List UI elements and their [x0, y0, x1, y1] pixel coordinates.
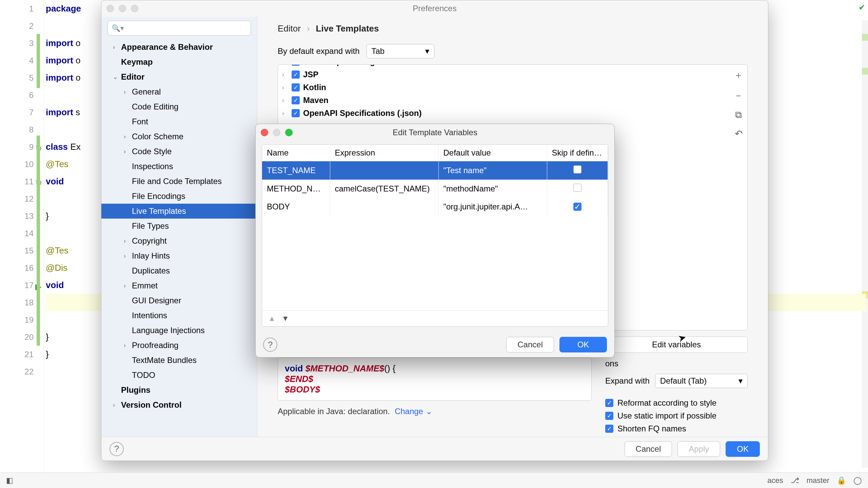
cell-name[interactable]: TEST_NAME: [262, 161, 330, 180]
search-icon[interactable]: ◯: [853, 476, 862, 485]
cell-skip[interactable]: ✓: [547, 198, 608, 216]
etv-titlebar[interactable]: Edit Template Variables: [256, 124, 614, 141]
col-expression[interactable]: Expression: [330, 145, 438, 161]
checkbox-icon[interactable]: ✓: [292, 70, 300, 79]
tool-window-icon[interactable]: ◧: [6, 476, 13, 485]
sidebar-item[interactable]: ›Copyright: [101, 233, 257, 248]
button-label: Apply: [689, 444, 709, 454]
preferences-tree[interactable]: ›Appearance & BehaviorKeymap⌄Editor›Gene…: [101, 40, 257, 437]
code-token: class: [46, 142, 70, 152]
sidebar-item[interactable]: Plugins: [101, 383, 257, 398]
checkbox-icon[interactable]: [573, 184, 581, 192]
status-branch[interactable]: master: [807, 476, 829, 485]
status-spaces[interactable]: aces: [767, 476, 783, 485]
apply-button[interactable]: Apply: [677, 441, 720, 457]
template-group[interactable]: ›✓Kotlin: [282, 81, 727, 94]
sidebar-item[interactable]: Language Injections: [101, 323, 257, 338]
sidebar-item[interactable]: ›Emmet: [101, 278, 257, 293]
expand-with-select[interactable]: Tab ▾: [367, 44, 434, 58]
sidebar-item[interactable]: Intentions: [101, 308, 257, 323]
cell-name[interactable]: BODY: [262, 198, 330, 216]
cancel-button[interactable]: Cancel: [625, 441, 672, 457]
checkbox-icon[interactable]: ✓: [573, 203, 581, 211]
minimize-icon[interactable]: [273, 129, 280, 136]
ok-button[interactable]: OK: [559, 337, 607, 352]
lock-icon[interactable]: 🔒: [837, 476, 846, 485]
sidebar-item[interactable]: ⌄Editor: [101, 69, 257, 84]
template-group[interactable]: ›✓OpenAPI Specifications (.json): [282, 107, 727, 120]
expand-with-template-select[interactable]: Default (Tab) ▾: [655, 374, 748, 388]
checkbox-icon[interactable]: ✓: [292, 109, 300, 117]
checkbox-icon[interactable]: ✓: [292, 96, 300, 104]
sidebar-item[interactable]: ›Inlay Hints: [101, 248, 257, 263]
sidebar-item[interactable]: ›Color Scheme: [101, 129, 257, 144]
col-default[interactable]: Default value: [438, 145, 547, 161]
sidebar-item[interactable]: Font: [101, 114, 257, 129]
template-group[interactable]: ›✓Maven: [282, 94, 727, 107]
table-row[interactable]: METHOD_N…camelCase(TEST_NAME)"methodName…: [262, 180, 608, 198]
option-static-import[interactable]: ✓Use static import if possible: [605, 411, 748, 421]
cell-expression[interactable]: [330, 161, 438, 180]
close-icon[interactable]: [261, 129, 268, 136]
line-number: 4: [29, 56, 34, 65]
cell-skip[interactable]: [547, 180, 608, 198]
checkbox-icon[interactable]: ✓: [292, 64, 300, 66]
change-link[interactable]: Change ⌄: [395, 407, 432, 416]
move-down-icon[interactable]: ▼: [282, 314, 289, 323]
template-text[interactable]: void $METHOD_NAME$() { $END$ $BODY$: [278, 358, 592, 401]
cell-expression[interactable]: [330, 198, 438, 216]
sidebar-item[interactable]: Duplicates: [101, 263, 257, 278]
checkbox-icon[interactable]: [573, 165, 581, 174]
variables-table[interactable]: Name Expression Default value Skip if de…: [262, 145, 608, 216]
sidebar-item[interactable]: ›Code Style: [101, 144, 257, 159]
sidebar-item[interactable]: File and Code Templates: [101, 174, 257, 189]
sidebar-item[interactable]: Live Templates: [101, 204, 257, 219]
sidebar-item[interactable]: ›General: [101, 84, 257, 99]
templates-list[interactable]: ›✓JavaScript Testing›✓JSP›✓Kotlin›✓Maven…: [282, 64, 727, 120]
help-button[interactable]: ?: [110, 442, 124, 456]
duplicate-icon[interactable]: ⧉: [735, 109, 742, 121]
checkbox-icon[interactable]: ✓: [292, 83, 300, 92]
edit-variables-button[interactable]: Edit variables: [605, 337, 748, 353]
sidebar-item[interactable]: Inspections: [101, 159, 257, 174]
zoom-icon[interactable]: [285, 129, 293, 136]
preferences-titlebar[interactable]: Preferences: [101, 0, 768, 17]
sidebar-item[interactable]: TODO: [101, 368, 257, 383]
col-name[interactable]: Name: [262, 145, 330, 161]
sidebar-item[interactable]: ›Proofreading: [101, 338, 257, 353]
option-shorten-fq[interactable]: ✓Shorten FQ names: [605, 424, 748, 433]
sidebar-item[interactable]: ›Version Control: [101, 398, 257, 412]
add-icon[interactable]: ＋: [734, 69, 743, 82]
help-button[interactable]: ?: [263, 338, 277, 352]
sidebar-item[interactable]: File Types: [101, 219, 257, 233]
close-icon[interactable]: [106, 5, 114, 12]
cancel-button[interactable]: Cancel: [506, 337, 554, 352]
preferences-search[interactable]: 🔍▾: [107, 21, 251, 36]
move-up-icon[interactable]: ▲: [268, 314, 276, 323]
zoom-icon[interactable]: [131, 5, 138, 12]
sidebar-item[interactable]: GUI Designer: [101, 293, 257, 308]
sidebar-item[interactable]: Code Editing: [101, 99, 257, 114]
remove-icon[interactable]: －: [734, 89, 743, 102]
table-row[interactable]: BODY"org.junit.jupiter.api.A…✓: [262, 198, 608, 216]
cell-default[interactable]: "org.junit.jupiter.api.A…: [438, 198, 547, 216]
template-group[interactable]: ›✓JSP: [282, 68, 727, 81]
sidebar-item[interactable]: Keymap: [101, 55, 257, 69]
sidebar-item-label: TODO: [132, 370, 155, 380]
option-reformat[interactable]: ✓Reformat according to style: [605, 398, 748, 408]
minimize-icon[interactable]: [119, 5, 126, 12]
template-group[interactable]: ›✓JavaScript Testing: [282, 64, 727, 68]
sidebar-item[interactable]: TextMate Bundles: [101, 353, 257, 368]
table-row[interactable]: TEST_NAME"Test name": [262, 161, 608, 180]
sidebar-item[interactable]: File Encodings: [101, 189, 257, 204]
revert-icon[interactable]: ↶: [735, 128, 743, 139]
sidebar-item[interactable]: ›Appearance & Behavior: [101, 40, 257, 55]
cell-default[interactable]: "Test name": [438, 161, 547, 180]
cell-expression[interactable]: camelCase(TEST_NAME): [330, 180, 438, 198]
cell-name[interactable]: METHOD_N…: [262, 180, 330, 198]
cell-default[interactable]: "methodName": [438, 180, 547, 198]
line-number: 13: [24, 211, 34, 221]
col-skip[interactable]: Skip if defin…: [547, 145, 608, 161]
ok-button[interactable]: OK: [726, 441, 760, 457]
cell-skip[interactable]: [547, 161, 608, 180]
